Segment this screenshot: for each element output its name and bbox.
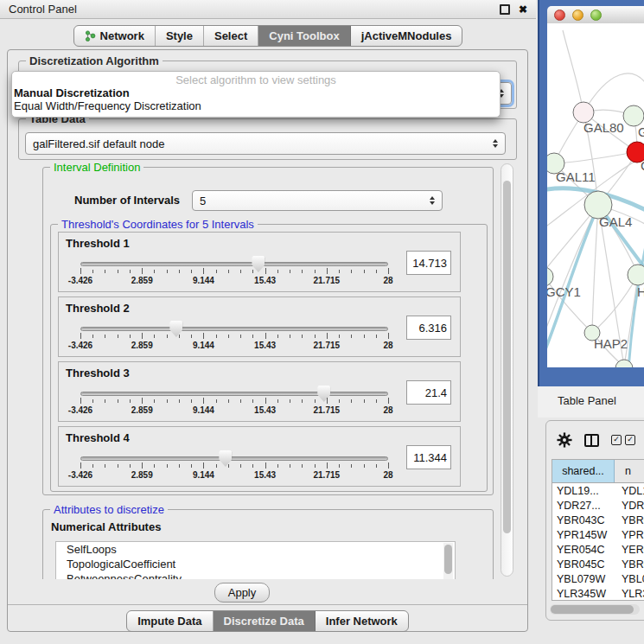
tab-network-label: Network [100,29,144,42]
number-of-intervals-label: Number of Intervals [74,194,180,207]
combo-stepper-icon [493,139,498,148]
close-icon[interactable]: ✖ [519,4,527,15]
node-gal[interactable] [623,105,644,126]
minimize-traffic-light-icon[interactable] [572,10,583,21]
control-panel-window: Control Panel ✖ Network Styl [0,0,536,644]
window-title: Control Panel [9,3,77,16]
threshold-row: Threshold 4 -3.426 2.859 9.144 15.43 [58,426,461,487]
algorithm-dropdown-popup: Select algorithm to view settings Manual… [11,71,501,118]
svg-text:HAP2: HAP2 [594,336,628,351]
split-columns-icon[interactable] [584,434,599,447]
svg-text:GAL11: GAL11 [556,169,596,184]
node-gcy1[interactable] [547,267,553,286]
panel-vertical-scrollbar[interactable] [501,163,513,577]
table-data-combobox[interactable]: galFiltered.sif default node [25,132,506,155]
svg-text:GAL4: GAL4 [599,214,632,229]
table-header-row: shared... n [552,460,644,483]
list-scrollbar[interactable] [443,543,453,579]
threshold-4-slider[interactable]: -3.426 2.859 9.144 15.43 21.715 28 [80,450,388,485]
threshold-4-value-field[interactable]: 11.344 [406,445,451,469]
dropdown-placeholder: Select algorithm to view settings [12,74,500,86]
table-row[interactable]: YDR27...YDR2 [552,498,644,513]
table-data-group: Table Data galFiltered.sif default node [18,118,517,160]
threshold-3-value-field[interactable]: 21.4 [406,380,451,405]
threshold-2-label: Threshold 2 [66,302,130,315]
interval-definition-group: Interval Definition Number of Intervals … [42,167,494,495]
column-header-shared-name[interactable]: shared... [552,460,615,482]
scrollbar-thumb[interactable] [503,181,511,533]
list-item[interactable]: SelfLoops [56,542,455,557]
slider-track [80,262,388,266]
checkbox-icon[interactable]: ✓ [611,435,622,445]
interval-definition-label: Interval Definition [50,162,143,174]
node-h[interactable] [628,265,644,285]
slider-ticks [80,398,388,405]
threshold-4-label: Threshold 4 [66,431,130,444]
slider-track [80,327,388,331]
network-window-titlebar [547,6,644,23]
list-item[interactable]: TopologicalCoefficient [56,557,455,571]
table-row[interactable]: YER054CYER0 [552,542,644,557]
tab-jactivemnodules[interactable]: jActiveMNodules [351,26,462,46]
screenshot-root: Control Panel ✖ Network Styl [0,0,644,644]
threshold-3-label: Threshold 3 [66,367,130,379]
network-view-window: GAL80 GAL C GAL11 GAL4 GCY1 H HAP2 [538,0,644,386]
threshold-row: Threshold 3 -3.426 2.859 9.144 15.43 [58,361,461,422]
svg-text:GAL: GAL [638,124,644,139]
checkbox-icon[interactable]: ✓ [625,435,635,445]
scrollbar-thumb[interactable] [551,605,634,614]
panel-divider [8,604,527,605]
close-traffic-light-icon[interactable] [554,10,565,21]
tab-discretize-data[interactable]: Discretize Data [214,611,316,631]
control-panel-titlebar: Control Panel ✖ [0,0,536,19]
slider-ticks [80,333,388,340]
slider-ticks [80,268,388,275]
table-row[interactable]: YBL079WYBL0 [552,571,644,586]
settings-scroll-area: Interval Definition Number of Intervals … [13,162,523,579]
bottom-tab-bar: Impute Data Discretize Data Infer Networ… [8,610,527,632]
table-row[interactable]: YPR145WYPR1 [552,527,644,542]
discretization-algorithm-label: Discretization Algorithm [26,54,163,67]
tab-impute-data[interactable]: Impute Data [127,611,213,631]
tab-infer-network[interactable]: Infer Network [316,611,408,631]
network-icon [85,30,96,41]
threshold-1-slider[interactable]: -3.426 2.859 9.144 15.43 21.715 28 [80,256,388,290]
table-horizontal-scrollbar[interactable] [550,604,640,615]
threshold-row: Threshold 2 -3.426 2.859 9.144 15.43 [58,296,461,357]
threshold-1-value-field[interactable]: 14.713 [406,251,451,275]
threshold-row: Threshold 1 -3.426 2.859 9.144 15.43 [58,232,461,292]
table-row[interactable]: YBR045CYBR0 [552,557,644,571]
dropdown-item-manual-discretization[interactable]: Manual Discretization [12,86,500,99]
attributes-group: Attributes to discretize Numerical Attri… [42,509,494,579]
node-attribute-table: shared... n YDL19...YDL1 YDR27...YDR2 YB… [552,459,644,601]
svg-text:C: C [641,158,644,173]
gear-icon[interactable] [557,432,572,448]
table-row[interactable]: YDL19...YDL1 [552,483,644,498]
threshold-2-value-field[interactable]: 6.316 [406,316,451,340]
threshold-2-slider[interactable]: -3.426 2.859 9.144 15.43 21.715 28 [80,321,388,355]
table-row[interactable]: YLR345WYLR3 [552,586,644,601]
float-window-icon[interactable] [500,4,510,15]
tab-select[interactable]: Select [204,26,258,46]
network-canvas[interactable]: GAL80 GAL C GAL11 GAL4 GCY1 H HAP2 [547,23,644,367]
tab-network[interactable]: Network [74,26,156,46]
table-panel-title: Table Panel [558,394,616,407]
numerical-attributes-label: Numerical Attributes [51,520,161,533]
zoom-traffic-light-icon[interactable] [590,10,602,21]
table-row[interactable]: YBR043CYBR0 [552,513,644,527]
list-item[interactable]: BetweennessCentrality [56,571,455,579]
table-panel-toolbar: ✓ ✓ [546,421,644,459]
dropdown-item-equal-width-frequency[interactable]: Equal Width/Frequency Discretization [12,99,500,112]
svg-text:GAL80: GAL80 [583,120,624,135]
tab-cyni-toolbox[interactable]: Cyni Toolbox [258,26,350,46]
apply-button[interactable]: Apply [214,583,270,603]
top-tab-bar: Network Style Select Cyni Toolbox jActiv… [0,25,536,47]
threshold-3-slider[interactable]: -3.426 2.859 9.144 15.43 21.715 28 [80,386,388,420]
thresholds-group: Threshold's Coordinates for 5 Intervals … [50,224,488,492]
table-panel: ✓ ✓ shared... n YDL19...YDL1 YDR27...YDR… [545,420,644,621]
combo-stepper-icon [430,196,435,205]
number-of-intervals-combobox[interactable]: 5 [192,190,443,211]
tab-style[interactable]: Style [156,26,204,46]
column-header-name[interactable]: n [615,460,644,482]
cyni-toolbox-panel: Discretization Algorithm Select algorith… [7,49,528,632]
